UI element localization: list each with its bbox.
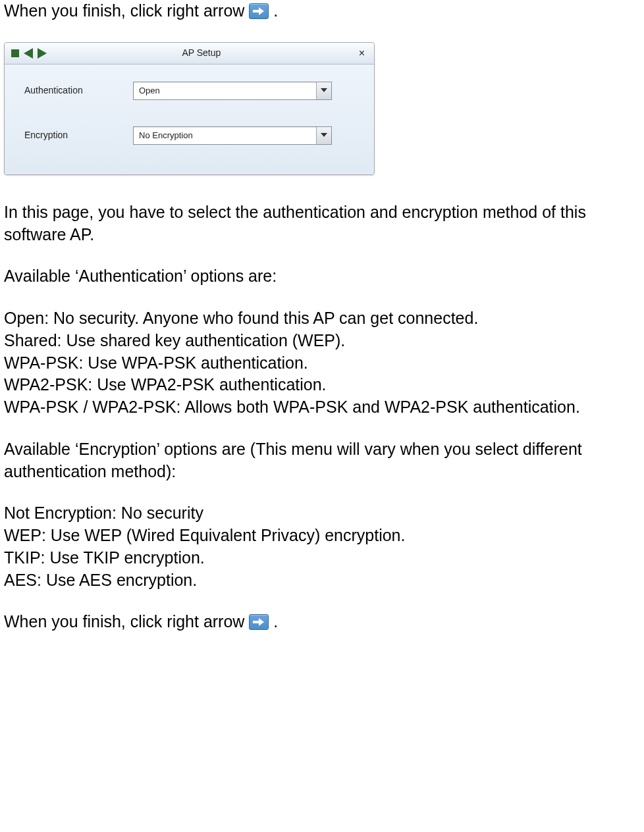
list-item: WPA-PSK / WPA2-PSK: Allows both WPA-PSK …: [4, 396, 640, 419]
window-title: AP Setup: [47, 47, 356, 59]
authentication-value: Open: [134, 85, 316, 97]
titlebar: AP Setup ×: [5, 43, 374, 65]
encryption-row: Encryption No Encryption: [24, 126, 354, 145]
forward-arrow-icon[interactable]: [38, 48, 47, 59]
instruction-top-pre: When you finish, click right arrow: [4, 1, 249, 20]
list-item: WEP: Use WEP (Wired Equivalent Privacy) …: [4, 525, 640, 547]
instruction-top-post: .: [273, 1, 278, 20]
list-item: TKIP: Use TKIP encryption.: [4, 547, 640, 569]
authentication-label: Authentication: [24, 84, 133, 97]
back-arrow-icon[interactable]: [24, 48, 33, 59]
list-item: Open: No security. Anyone who found this…: [4, 307, 640, 330]
right-arrow-icon: [249, 3, 269, 19]
chevron-down-icon[interactable]: [316, 127, 331, 144]
auth-heading: Available ‘Authentication’ options are:: [4, 265, 640, 288]
encryption-select[interactable]: No Encryption: [133, 126, 332, 145]
stop-icon[interactable]: [11, 49, 19, 57]
window-body: Authentication Open Encryption No Encryp…: [5, 65, 374, 174]
authentication-row: Authentication Open: [24, 82, 354, 100]
right-arrow-icon: [249, 614, 269, 630]
ap-setup-window: AP Setup × Authentication Open Encryptio…: [4, 42, 375, 175]
nav-buttons: [11, 48, 47, 59]
auth-options-list: Open: No security. Anyone who found this…: [4, 307, 640, 419]
list-item: AES: Use AES encryption.: [4, 569, 640, 592]
instruction-bottom-pre: When you finish, click right arrow: [4, 612, 249, 631]
list-item: WPA-PSK: Use WPA-PSK authentication.: [4, 352, 640, 375]
list-item: Not Encryption: No security: [4, 502, 640, 525]
list-item: WPA2-PSK: Use WPA2-PSK authentication.: [4, 374, 640, 396]
encryption-label: Encryption: [24, 129, 133, 142]
encryption-value: No Encryption: [134, 130, 316, 142]
close-icon[interactable]: ×: [356, 48, 367, 59]
instruction-bottom: When you finish, click right arrow .: [4, 611, 640, 633]
authentication-select[interactable]: Open: [133, 82, 332, 100]
instruction-top: When you finish, click right arrow .: [4, 0, 640, 22]
paragraph-intro: In this page, you have to select the aut…: [4, 201, 640, 246]
chevron-down-icon[interactable]: [316, 82, 331, 99]
list-item: Shared: Use shared key authentication (W…: [4, 330, 640, 352]
instruction-bottom-post: .: [273, 612, 278, 631]
enc-options-list: Not Encryption: No security WEP: Use WEP…: [4, 502, 640, 591]
enc-heading: Available ‘Encryption’ options are (This…: [4, 438, 640, 483]
